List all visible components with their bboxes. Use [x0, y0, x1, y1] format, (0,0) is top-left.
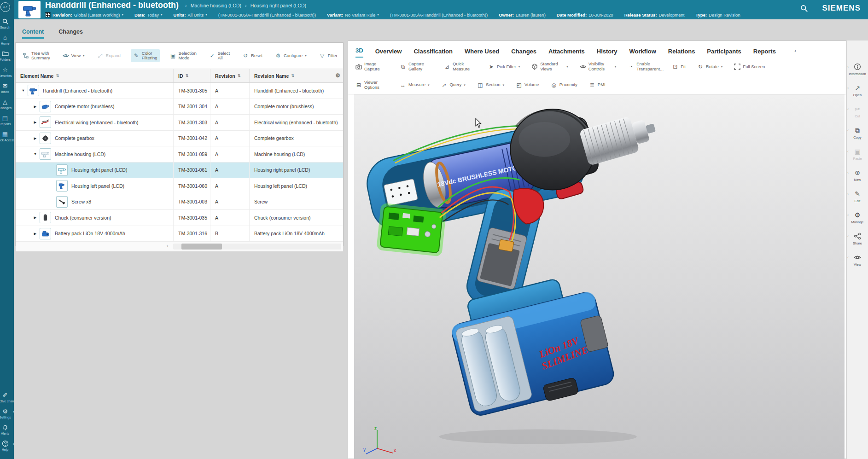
breadcrumb-item[interactable]: Machine housing (LCD): [191, 3, 241, 8]
table-row[interactable]: Screw x8TM-3001-003AScrew: [16, 194, 343, 210]
enable-transparent-button[interactable]: ◔Enable Transparent...: [628, 62, 660, 71]
cell-revision-name: Housing left panel (LCD): [249, 178, 343, 194]
tab-content[interactable]: Content: [22, 29, 44, 39]
table-row[interactable]: ▶Chuck (consumer version)TM-3001-035AChu…: [16, 210, 343, 226]
capture-gallery-button[interactable]: ⧉Capture Gallery: [400, 62, 432, 71]
selection-mode-button[interactable]: ▣Selection Mode: [168, 49, 199, 63]
rail-information-button[interactable]: ‹Information: [847, 59, 868, 80]
siemens-logo: SIEMENS: [822, 4, 861, 13]
rail-share-button[interactable]: ‹Share: [847, 228, 868, 250]
view-button[interactable]: View▾: [60, 51, 87, 61]
proximity-button[interactable]: ◎Proximity: [551, 82, 577, 88]
color-filtering-button[interactable]: ✎Color Filtering: [131, 49, 160, 63]
rail-manage-button[interactable]: ‹⚙Manage: [847, 207, 868, 228]
volume-button[interactable]: ◰Volume: [516, 82, 539, 88]
sidebar-item-alerts[interactable]: Alerts: [0, 424, 14, 435]
sidebar-item-inbox[interactable]: ✉Inbox: [0, 82, 14, 93]
object-panel: 3DOverviewClassificationWhere UsedChange…: [348, 41, 846, 459]
table-row[interactable]: ▶Battery pack LiOn 18V 4000mAhTM-3001-31…: [16, 226, 343, 242]
tab-relations[interactable]: Relations: [668, 48, 695, 58]
sidebar-item-home[interactable]: ⌂Home: [0, 34, 14, 45]
image-capture-button[interactable]: Image Capture: [355, 62, 388, 71]
configure-button[interactable]: ⚙Configure▾: [273, 51, 309, 61]
tab-changes[interactable]: Changes: [58, 29, 83, 39]
tab-attachments[interactable]: Attachments: [548, 48, 585, 58]
full-screen-button[interactable]: Full Screen: [734, 64, 765, 70]
filter-button[interactable]: ▽Filter: [317, 51, 340, 61]
global-search-icon[interactable]: [800, 4, 808, 12]
tab-participants[interactable]: Participants: [707, 48, 741, 58]
meta-date[interactable]: Date:Today▾: [134, 12, 163, 17]
sidebar-item-favorites[interactable]: ☆Favorites: [0, 66, 14, 77]
table-row[interactable]: Housing left panel (LCD)TM-3001-060AHous…: [16, 178, 343, 194]
back-button[interactable]: ↩: [0, 2, 14, 13]
fit-icon: ⊡: [672, 64, 678, 70]
table-row[interactable]: ▶Complete motor (brushless)TM-3001-304AC…: [16, 99, 343, 115]
meta-variant[interactable]: Variant:No Variant Rule▾: [327, 12, 379, 17]
meta-revision[interactable]: Revision:Global (Latest Working)▾: [45, 12, 123, 17]
tab-classification[interactable]: Classification: [414, 48, 453, 58]
expander-closed[interactable]: ▶: [32, 120, 38, 124]
table-row[interactable]: ▶Electrical wiring (enhanced - bluetooth…: [16, 115, 343, 131]
column-header-id[interactable]: ID⇅: [173, 69, 210, 82]
expander-closed[interactable]: ▶: [32, 215, 38, 220]
select-all-button[interactable]: ✓Select All: [207, 49, 232, 63]
pmi-button[interactable]: ≣PMI: [589, 82, 606, 88]
section-button[interactable]: ◫Section▾: [477, 82, 504, 88]
tabs-overflow-chevron-icon[interactable]: ›: [794, 47, 796, 58]
hscroll-left-arrow-icon[interactable]: ‹: [167, 243, 168, 248]
tab-history[interactable]: History: [597, 48, 618, 58]
rail-view-button[interactable]: ‹View: [847, 250, 868, 271]
tab-changes[interactable]: Changes: [511, 48, 536, 58]
sidebar-item-search[interactable]: Search: [0, 18, 14, 29]
tab-overview[interactable]: Overview: [375, 48, 402, 58]
expander-open[interactable]: ▼: [20, 88, 26, 93]
hscroll-thumb[interactable]: [181, 244, 222, 250]
standard-views-button[interactable]: Standard Views▾: [531, 62, 568, 71]
sidebar-item-help[interactable]: Help▸: [0, 440, 14, 451]
rail-open-button[interactable]: ‹↗Open: [847, 80, 868, 101]
sidebar-item-reports[interactable]: ▤Reports: [0, 115, 14, 126]
reset-button[interactable]: ↺Reset: [240, 51, 265, 61]
rotate-button[interactable]: ↻Rotate▾: [697, 64, 723, 70]
rail-copy-button[interactable]: ‹⧉Copy: [847, 122, 868, 144]
column-header-element-name[interactable]: Element Name⇅: [16, 69, 173, 82]
viewer-options-button[interactable]: ⊟Viewer Options: [355, 80, 388, 90]
visibility-controls-button[interactable]: Visibility Controls▾: [580, 62, 617, 71]
drill-thumbnail-icon: [20, 2, 39, 17]
measure-button[interactable]: ↔Measure▾: [400, 82, 429, 88]
sidebar-item-quick-access[interactable]: ▦Quick Access: [0, 131, 14, 142]
3d-viewport[interactable]: 18Vdc BRUSHLESS MOTOR: [354, 94, 845, 459]
breadcrumb-item[interactable]: Housing right panel (LCD): [250, 3, 306, 8]
sidebar-item-settings[interactable]: ⚙Settings▸: [0, 408, 14, 419]
sidebar-item-no-active-change[interactable]: ✐No active change: [0, 392, 14, 403]
fit-button[interactable]: ⊡Fit: [672, 64, 686, 70]
table-settings-icon[interactable]: ⚙: [335, 72, 340, 79]
column-header-revision[interactable]: Revision⇅: [210, 69, 249, 82]
table-row[interactable]: ▼Handdrill (Enhanced - bluetooth)TM-3001…: [16, 83, 343, 99]
tab-workflow[interactable]: Workflow: [629, 48, 656, 58]
capture-gallery-icon: ⧉: [400, 64, 406, 70]
expander-closed[interactable]: ▶: [32, 105, 38, 109]
column-header-revision-name[interactable]: Revision Name⇅: [249, 69, 343, 82]
tab-3d[interactable]: 3D: [355, 47, 363, 58]
sidebar-item-folders[interactable]: Folders: [0, 50, 14, 61]
meta-units[interactable]: Units:All Units▾: [174, 12, 207, 17]
expander-open[interactable]: ▼: [32, 152, 38, 156]
query-button[interactable]: ↗Query▾: [441, 82, 465, 88]
quick-measure-button[interactable]: ⊿Quick Measure: [444, 62, 477, 71]
table-row[interactable]: Housing right panel (LCD)TM-3001-061AHou…: [16, 163, 343, 179]
tab-reports[interactable]: Reports: [753, 48, 776, 58]
rail-edit-button[interactable]: ‹✎Edit: [847, 186, 868, 207]
rail-new-button[interactable]: ‹⊕New: [847, 165, 868, 186]
pick-filter-button[interactable]: ➤Pick Filter▾: [488, 64, 520, 70]
table-row[interactable]: ▼Machine housing (LCD)TM-3001-059AMachin…: [16, 146, 343, 163]
sidebar-item-changes[interactable]: △Changes: [0, 99, 14, 110]
hscroll-track[interactable]: [173, 244, 341, 250]
expander-closed[interactable]: ▶: [32, 136, 38, 140]
tree-with-summary-button[interactable]: Tree with Summary: [20, 49, 52, 63]
tab-where-used[interactable]: Where Used: [465, 48, 499, 58]
expander-closed[interactable]: ▶: [32, 232, 38, 236]
table-row[interactable]: ▶Complete gearboxTM-3001-042AComplete ge…: [16, 131, 343, 147]
sidebar-item-label: Search: [0, 26, 10, 29]
